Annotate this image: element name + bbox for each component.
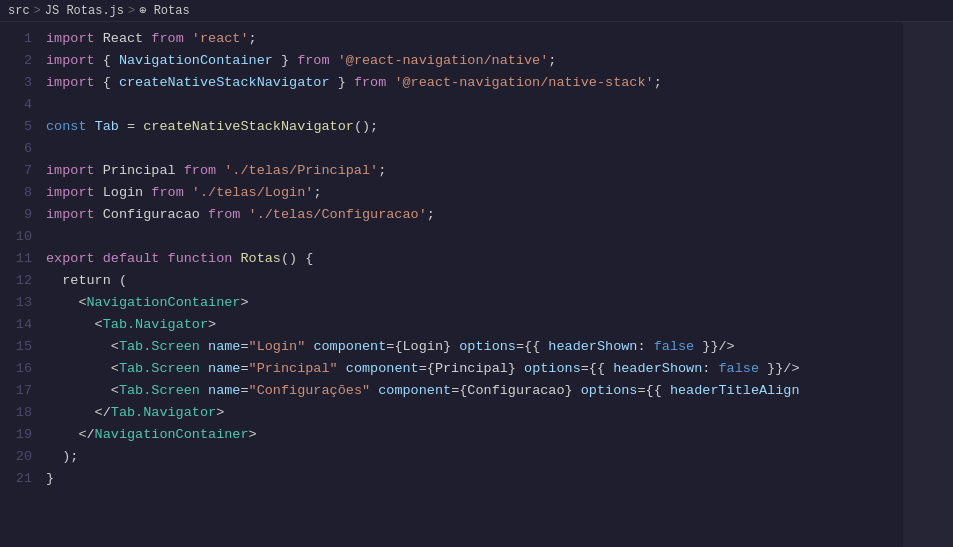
token: from [208,204,240,226]
token [200,336,208,358]
token: false [654,336,695,358]
token: < [46,380,119,402]
token [95,248,103,270]
token: ={{ [637,380,669,402]
line-number: 6 [0,138,32,160]
token: ); [46,446,78,468]
token: } [443,336,459,358]
code-line: import Configuracao from './telas/Config… [46,204,903,226]
token: Tab.Navigator [111,402,216,424]
code-line [46,138,903,160]
token: > [208,314,216,336]
line-number: 1 [0,28,32,50]
token: 'react' [192,28,249,50]
token: headerTitleAlign [670,380,800,402]
line-number: 17 [0,380,32,402]
token: { [95,72,119,94]
token: options [459,336,516,358]
line-number: 21 [0,468,32,490]
code-line: <Tab.Screen name="Principal" component={… [46,358,903,380]
code-line: <Tab.Navigator> [46,314,903,336]
breadcrumb: src > JS Rotas.js > ⊕ Rotas [0,0,953,22]
line-number: 20 [0,446,32,468]
line-number: 8 [0,182,32,204]
code-line [46,226,903,248]
token: < [46,336,119,358]
token: name [208,336,240,358]
token: name [208,380,240,402]
token: } [46,468,54,490]
token: import [46,50,95,72]
token: function [168,248,233,270]
code-line: </Tab.Navigator> [46,402,903,424]
token: import [46,28,95,50]
breadcrumb-symbol: ⊕ Rotas [139,3,189,18]
token [305,336,313,358]
token: React [95,28,152,50]
token [232,248,240,270]
token: createNativeStackNavigator [119,72,330,94]
token: import [46,204,95,226]
token: </ [46,402,111,424]
token: './telas/Login' [192,182,314,204]
line-number: 13 [0,292,32,314]
token: options [524,358,581,380]
token: < [46,314,103,336]
token: import [46,72,95,94]
token: false [719,358,760,380]
token: > [249,424,257,446]
line-number: 19 [0,424,32,446]
token [184,182,192,204]
token: } [508,358,524,380]
token: import [46,182,95,204]
token: '@react-navigation/native' [338,50,549,72]
token: from [151,28,183,50]
token: './telas/Configuracao' [249,204,427,226]
token: Login [403,336,444,358]
token: : [702,358,718,380]
token: ; [378,160,386,182]
token: ={{ [516,336,548,358]
token: < [46,292,87,314]
token: "Configurações" [249,380,371,402]
token: ; [313,182,321,204]
token [338,358,346,380]
token: Tab.Navigator [103,314,208,336]
token: return ( [46,270,127,292]
line-number: 16 [0,358,32,380]
breadcrumb-file: JS Rotas.js [45,4,124,18]
token: }}/> [694,336,735,358]
token: NavigationContainer [95,424,249,446]
token: = [119,116,143,138]
code-line: ); [46,446,903,468]
code-line: export default function Rotas() { [46,248,903,270]
token: Principal [95,160,184,182]
token [370,380,378,402]
token: from [354,72,386,94]
token: from [184,160,216,182]
token [87,116,95,138]
token: component [378,380,451,402]
code-line: return ( [46,270,903,292]
token: from [151,182,183,204]
token: }}/> [759,358,800,380]
token: ={ [419,358,435,380]
token: component [346,358,419,380]
token: Tab [95,116,119,138]
token: headerShown [548,336,637,358]
token: import [46,160,95,182]
token: options [581,380,638,402]
token: < [46,358,119,380]
line-number: 9 [0,204,32,226]
line-number: 11 [0,248,32,270]
minimap [903,22,953,547]
token: NavigationContainer [119,50,273,72]
token [200,380,208,402]
token: createNativeStackNavigator [143,116,354,138]
token: } [565,380,581,402]
token: : [637,336,653,358]
breadcrumb-sep2: > [128,4,135,18]
token: NavigationContainer [87,292,241,314]
breadcrumb-src: src [8,4,30,18]
token: = [240,380,248,402]
